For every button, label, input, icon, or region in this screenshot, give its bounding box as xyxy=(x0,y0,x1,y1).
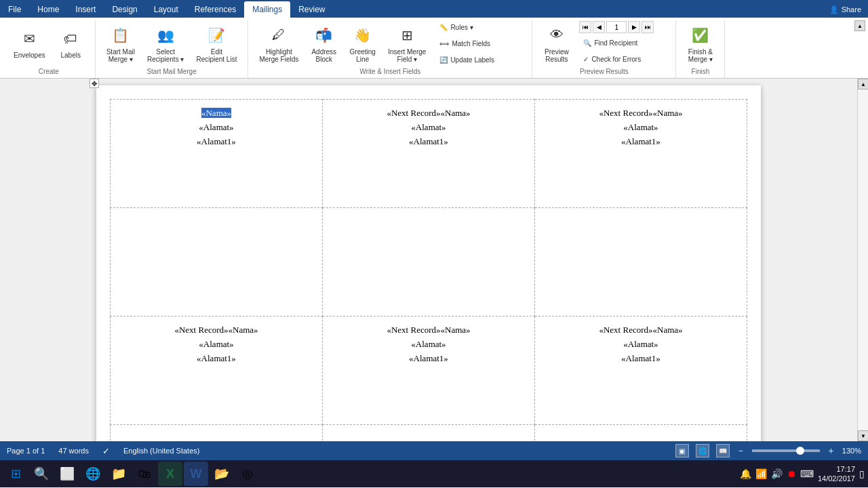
ribbon-group-preview: 👁 PreviewResults ⏮ ◀ ▶ ⏭ 🔍 Find Recipien… xyxy=(532,20,676,78)
scroll-up-button[interactable]: ▲ xyxy=(858,79,868,89)
find-recipient-button[interactable]: 🔍 Find Recipient xyxy=(579,36,667,49)
alamat1-field-2-0: «Alamat1» xyxy=(197,353,236,363)
start-mail-merge-button[interactable]: 📋 Start MailMerge ▾ xyxy=(101,22,140,66)
share-button[interactable]: 👤 Share xyxy=(829,5,861,14)
finish-buttons: ✅ Finish &Merge ▾ xyxy=(682,20,719,66)
update-labels-icon: 🔄 xyxy=(439,56,448,64)
rules-icon: 📏 xyxy=(439,24,448,31)
update-labels-button[interactable]: 🔄 Update Labels xyxy=(435,53,524,66)
tab-references[interactable]: References xyxy=(186,1,244,18)
label-row-0: «Nama» «Alamat» «Alamat1» «Next Record»«… xyxy=(111,100,747,208)
label-cell-3-0[interactable] xyxy=(111,425,323,442)
next-record-button[interactable]: ▶ xyxy=(628,21,640,33)
check-for-errors-button[interactable]: ✓ Check for Errors xyxy=(579,52,667,66)
label-cell-1-1[interactable] xyxy=(323,208,535,317)
greeting-line-button[interactable]: 👋 GreetingLine xyxy=(344,22,381,66)
tab-home[interactable]: Home xyxy=(29,1,67,18)
document-scroll: ✥ «Nama» «Alamat» «Alamat1» «Next Record… xyxy=(0,79,857,441)
print-layout-button[interactable]: ▣ xyxy=(675,444,689,458)
envelopes-button[interactable]: ✉ Envelopes xyxy=(8,22,51,66)
preview-navigation: ⏮ ◀ ▶ ⏭ xyxy=(579,21,667,33)
network-icon[interactable]: 📶 xyxy=(755,468,767,479)
web-layout-button[interactable]: 🌐 xyxy=(696,444,709,458)
excel-button[interactable]: X xyxy=(158,462,182,486)
status-bar: Page 1 of 1 47 words ✓ English (United S… xyxy=(0,441,868,460)
start-button[interactable]: ⊞ xyxy=(3,462,28,486)
label-cell-3-2[interactable] xyxy=(535,425,747,442)
zoom-thumb[interactable] xyxy=(796,447,804,455)
volume-icon[interactable]: 🔊 xyxy=(771,468,783,479)
zoom-slider[interactable] xyxy=(752,449,820,452)
labels-icon: 🏷 xyxy=(60,28,81,49)
tab-mailings[interactable]: Mailings xyxy=(244,1,290,18)
files-button[interactable]: 📂 xyxy=(210,462,234,486)
word-count: 47 words xyxy=(58,447,89,455)
edge-button[interactable]: 🌐 xyxy=(81,462,105,486)
finish-merge-button[interactable]: ✅ Finish &Merge ▾ xyxy=(682,22,719,66)
label-cell-0-2[interactable]: «Next Record»«Nama» «Alamat» «Alamat1» xyxy=(535,100,747,208)
word-button[interactable]: W xyxy=(184,462,208,486)
ribbon-scroll-up[interactable]: ▲ xyxy=(854,20,865,31)
labels-button[interactable]: 🏷 Labels xyxy=(52,22,90,66)
next-nama-field-2-2: «Next Record»«Nama» xyxy=(599,325,682,335)
tab-review[interactable]: Review xyxy=(290,1,333,18)
zoom-level: 130% xyxy=(842,447,861,455)
read-mode-button[interactable]: 📖 xyxy=(716,444,730,458)
preview-results-button[interactable]: 👁 PreviewResults xyxy=(538,22,575,66)
address-block-button[interactable]: 📬 AddressBlock xyxy=(305,22,342,66)
language[interactable]: English (United States) xyxy=(123,447,200,455)
check-errors-icon: ✓ xyxy=(583,56,589,63)
select-recipients-button[interactable]: 👥 SelectRecipients ▾ xyxy=(142,22,189,66)
address-block-icon: 📬 xyxy=(313,24,335,46)
label-cell-0-0[interactable]: «Nama» «Alamat» «Alamat1» xyxy=(111,100,323,208)
label-cell-0-1[interactable]: «Next Record»«Nama» «Alamat» «Alamat1» xyxy=(323,100,535,208)
explorer-button[interactable]: 📁 xyxy=(106,462,131,486)
label-row-1 xyxy=(111,208,747,317)
label-cell-1-0[interactable] xyxy=(111,208,323,317)
tab-file[interactable]: File xyxy=(0,1,29,18)
nama-field-0-0: «Nama» xyxy=(201,108,231,118)
last-record-button[interactable]: ⏭ xyxy=(642,21,654,33)
task-view-button[interactable]: ⬜ xyxy=(55,462,79,486)
zoom-minus-button[interactable]: － xyxy=(736,445,745,457)
select-recipients-icon: 👥 xyxy=(155,24,176,46)
highlight-merge-fields-button[interactable]: 🖊 HighlightMerge Fields xyxy=(254,22,304,66)
match-fields-button[interactable]: ⟺ Match Fields xyxy=(435,37,524,50)
cell-content-2-0: «Next Record»«Nama» «Alamat» «Alamat1» xyxy=(114,323,319,365)
tab-layout[interactable]: Layout xyxy=(146,1,186,18)
label-cell-2-0[interactable]: «Next Record»«Nama» «Alamat» «Alamat1» xyxy=(111,317,323,425)
move-handle[interactable]: ✥ xyxy=(90,79,99,88)
show-desktop-button[interactable]: ▯ xyxy=(859,468,865,479)
label-cell-2-2[interactable]: «Next Record»«Nama» «Alamat» «Alamat1» xyxy=(535,317,747,425)
first-record-button[interactable]: ⏮ xyxy=(579,21,591,33)
insert-merge-field-button[interactable]: ⊞ Insert MergeField ▾ xyxy=(382,22,431,66)
alamat-field-0-1: «Alamat» xyxy=(411,122,446,132)
spell-check-icon[interactable]: ✓ xyxy=(102,446,110,456)
tab-insert[interactable]: Insert xyxy=(67,1,104,18)
zoom-plus-button[interactable]: ＋ xyxy=(827,445,835,457)
search-taskbar-icon: 🔍 xyxy=(34,466,49,481)
edit-recipient-list-button[interactable]: 📝 EditRecipient List xyxy=(191,22,242,66)
label-cell-2-1[interactable]: «Next Record»«Nama» «Alamat» «Alamat1» xyxy=(323,317,535,425)
search-taskbar-button[interactable]: 🔍 xyxy=(29,462,54,486)
taskbar: ⊞ 🔍 ⬜ 🌐 📁 🛍 X W 📂 ◎ 🔔 📶 🔊 ⏺ ⌨ 17:17 14/0… xyxy=(0,460,868,487)
record-input[interactable] xyxy=(606,21,627,33)
scroll-track[interactable] xyxy=(858,89,868,430)
ribbon-tabs: File Home Insert Design Layout Reference… xyxy=(0,0,868,18)
prev-record-button[interactable]: ◀ xyxy=(593,21,605,33)
keyboard-icon[interactable]: ⌨ xyxy=(800,468,814,479)
label-cell-3-1[interactable] xyxy=(323,425,535,442)
alamat1-field-0-0: «Alamat1» xyxy=(197,136,236,146)
scroll-down-button[interactable]: ▼ xyxy=(858,430,868,441)
tab-design[interactable]: Design xyxy=(104,1,145,18)
start-mail-merge-label: Start Mail Merge xyxy=(146,66,196,78)
store-button[interactable]: 🛍 xyxy=(132,462,157,486)
cell-content-2-2: «Next Record»«Nama» «Alamat» «Alamat1» xyxy=(538,323,743,365)
rules-button[interactable]: 📏 Rules ▾ xyxy=(435,20,524,34)
scroll-bar: ▲ ▼ xyxy=(857,79,868,441)
finish-label: Finish xyxy=(692,66,710,78)
chrome-button[interactable]: ◎ xyxy=(235,462,260,486)
time-block[interactable]: 17:17 14/02/2017 xyxy=(818,464,855,484)
notification-icon[interactable]: 🔔 xyxy=(740,468,751,479)
label-cell-1-2[interactable] xyxy=(535,208,747,317)
